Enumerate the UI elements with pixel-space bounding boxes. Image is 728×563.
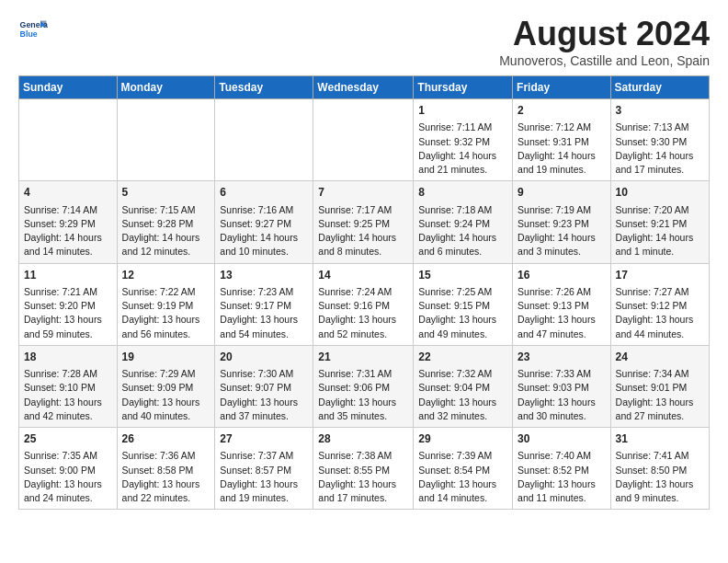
day-info: Sunrise: 7:22 AM Sunset: 9:19 PM Dayligh… (122, 286, 200, 339)
day-info: Sunrise: 7:38 AM Sunset: 8:55 PM Dayligh… (318, 450, 396, 503)
weekday-header-cell: Thursday (414, 76, 513, 99)
day-info: Sunrise: 7:35 AM Sunset: 9:00 PM Dayligh… (24, 450, 102, 503)
day-info: Sunrise: 7:20 AM Sunset: 9:21 PM Dayligh… (616, 204, 694, 258)
calendar-cell: 12Sunrise: 7:22 AM Sunset: 9:19 PM Dayli… (117, 263, 215, 345)
calendar-cell: 20Sunrise: 7:30 AM Sunset: 9:07 PM Dayli… (215, 345, 313, 427)
day-number: 18 (24, 350, 112, 365)
calendar-week-row: 1Sunrise: 7:11 AM Sunset: 9:32 PM Daylig… (19, 99, 710, 181)
day-info: Sunrise: 7:31 AM Sunset: 9:06 PM Dayligh… (318, 368, 396, 421)
day-info: Sunrise: 7:36 AM Sunset: 8:58 PM Dayligh… (122, 450, 200, 503)
location-title: Munoveros, Castille and Leon, Spain (499, 53, 710, 68)
calendar-cell: 4Sunrise: 7:14 AM Sunset: 9:29 PM Daylig… (19, 181, 118, 263)
calendar-cell: 7Sunrise: 7:17 AM Sunset: 9:25 PM Daylig… (313, 181, 414, 263)
day-info: Sunrise: 7:24 AM Sunset: 9:16 PM Dayligh… (318, 286, 396, 339)
calendar-cell: 1Sunrise: 7:11 AM Sunset: 9:32 PM Daylig… (414, 99, 513, 181)
calendar-week-row: 18Sunrise: 7:28 AM Sunset: 9:10 PM Dayli… (19, 345, 710, 427)
weekday-header-cell: Friday (513, 76, 611, 99)
calendar-cell: 22Sunrise: 7:32 AM Sunset: 9:04 PM Dayli… (414, 345, 513, 427)
day-number: 5 (122, 185, 210, 201)
day-info: Sunrise: 7:17 AM Sunset: 9:25 PM Dayligh… (318, 204, 396, 258)
calendar-cell: 19Sunrise: 7:29 AM Sunset: 9:09 PM Dayli… (117, 345, 215, 427)
day-info: Sunrise: 7:13 AM Sunset: 9:30 PM Dayligh… (616, 121, 694, 175)
weekday-header-cell: Tuesday (215, 76, 313, 99)
weekday-header-row: SundayMondayTuesdayWednesdayThursdayFrid… (19, 76, 710, 99)
calendar-cell: 2Sunrise: 7:12 AM Sunset: 9:31 PM Daylig… (513, 99, 611, 181)
day-info: Sunrise: 7:12 AM Sunset: 9:31 PM Dayligh… (518, 121, 596, 175)
calendar-cell (19, 99, 118, 181)
day-number: 21 (318, 350, 408, 365)
day-number: 7 (318, 185, 408, 201)
day-number: 16 (518, 268, 606, 283)
calendar-cell: 24Sunrise: 7:34 AM Sunset: 9:01 PM Dayli… (610, 345, 709, 427)
day-number: 28 (318, 431, 408, 447)
logo: General Blue (18, 15, 48, 44)
calendar-cell: 14Sunrise: 7:24 AM Sunset: 9:16 PM Dayli… (313, 263, 414, 345)
calendar-cell (215, 99, 313, 181)
day-info: Sunrise: 7:25 AM Sunset: 9:15 PM Dayligh… (418, 286, 496, 339)
weekday-header-cell: Monday (117, 76, 215, 99)
day-info: Sunrise: 7:26 AM Sunset: 9:13 PM Dayligh… (518, 286, 596, 339)
calendar-cell: 8Sunrise: 7:18 AM Sunset: 9:24 PM Daylig… (414, 181, 513, 263)
day-info: Sunrise: 7:23 AM Sunset: 9:17 PM Dayligh… (220, 286, 298, 339)
calendar-cell: 25Sunrise: 7:35 AM Sunset: 9:00 PM Dayli… (19, 428, 118, 510)
day-info: Sunrise: 7:15 AM Sunset: 9:28 PM Dayligh… (122, 204, 200, 258)
calendar-cell: 18Sunrise: 7:28 AM Sunset: 9:10 PM Dayli… (19, 345, 118, 427)
weekday-header-cell: Saturday (610, 76, 709, 99)
day-number: 22 (418, 350, 507, 365)
day-number: 26 (122, 431, 210, 447)
calendar-cell (117, 99, 215, 181)
day-info: Sunrise: 7:30 AM Sunset: 9:07 PM Dayligh… (220, 368, 298, 421)
calendar-cell: 13Sunrise: 7:23 AM Sunset: 9:17 PM Dayli… (215, 263, 313, 345)
calendar-cell: 17Sunrise: 7:27 AM Sunset: 9:12 PM Dayli… (610, 263, 709, 345)
day-info: Sunrise: 7:19 AM Sunset: 9:23 PM Dayligh… (518, 204, 596, 258)
day-number: 31 (616, 431, 704, 447)
logo-icon: General Blue (18, 15, 48, 44)
calendar-cell: 10Sunrise: 7:20 AM Sunset: 9:21 PM Dayli… (610, 181, 709, 263)
day-number: 11 (24, 268, 112, 283)
svg-text:Blue: Blue (20, 29, 38, 39)
day-info: Sunrise: 7:37 AM Sunset: 8:57 PM Dayligh… (220, 450, 298, 503)
day-number: 13 (220, 268, 308, 283)
calendar-week-row: 25Sunrise: 7:35 AM Sunset: 9:00 PM Dayli… (19, 428, 710, 510)
calendar-cell: 29Sunrise: 7:39 AM Sunset: 8:54 PM Dayli… (414, 428, 513, 510)
day-info: Sunrise: 7:16 AM Sunset: 9:27 PM Dayligh… (220, 204, 298, 258)
calendar-cell: 26Sunrise: 7:36 AM Sunset: 8:58 PM Dayli… (117, 428, 215, 510)
calendar-week-row: 4Sunrise: 7:14 AM Sunset: 9:29 PM Daylig… (19, 181, 710, 263)
day-number: 19 (122, 350, 210, 365)
calendar-cell: 3Sunrise: 7:13 AM Sunset: 9:30 PM Daylig… (610, 99, 709, 181)
day-info: Sunrise: 7:39 AM Sunset: 8:54 PM Dayligh… (418, 450, 496, 503)
day-info: Sunrise: 7:33 AM Sunset: 9:03 PM Dayligh… (518, 368, 596, 421)
day-number: 2 (518, 103, 606, 119)
day-info: Sunrise: 7:27 AM Sunset: 9:12 PM Dayligh… (616, 286, 694, 339)
calendar-table: SundayMondayTuesdayWednesdayThursdayFrid… (18, 75, 710, 510)
day-number: 27 (220, 431, 308, 447)
day-number: 6 (220, 185, 308, 201)
day-number: 17 (616, 268, 704, 283)
day-info: Sunrise: 7:32 AM Sunset: 9:04 PM Dayligh… (418, 368, 496, 421)
day-number: 14 (318, 268, 408, 283)
day-number: 29 (418, 431, 507, 447)
calendar-cell: 28Sunrise: 7:38 AM Sunset: 8:55 PM Dayli… (313, 428, 414, 510)
calendar-cell: 5Sunrise: 7:15 AM Sunset: 9:28 PM Daylig… (117, 181, 215, 263)
calendar-cell: 23Sunrise: 7:33 AM Sunset: 9:03 PM Dayli… (513, 345, 611, 427)
calendar-cell: 15Sunrise: 7:25 AM Sunset: 9:15 PM Dayli… (414, 263, 513, 345)
page-header: General Blue August 2024 Munoveros, Cast… (18, 15, 710, 68)
day-info: Sunrise: 7:11 AM Sunset: 9:32 PM Dayligh… (418, 121, 496, 175)
month-title: August 2024 (499, 15, 710, 53)
day-info: Sunrise: 7:18 AM Sunset: 9:24 PM Dayligh… (418, 204, 496, 258)
calendar-cell (313, 99, 414, 181)
day-info: Sunrise: 7:34 AM Sunset: 9:01 PM Dayligh… (616, 368, 694, 421)
day-number: 1 (418, 103, 507, 119)
day-number: 24 (616, 350, 704, 365)
day-number: 30 (518, 431, 606, 447)
calendar-cell: 16Sunrise: 7:26 AM Sunset: 9:13 PM Dayli… (513, 263, 611, 345)
day-number: 12 (122, 268, 210, 283)
calendar-cell: 9Sunrise: 7:19 AM Sunset: 9:23 PM Daylig… (513, 181, 611, 263)
calendar-cell: 30Sunrise: 7:40 AM Sunset: 8:52 PM Dayli… (513, 428, 611, 510)
calendar-body: 1Sunrise: 7:11 AM Sunset: 9:32 PM Daylig… (19, 99, 710, 510)
day-info: Sunrise: 7:29 AM Sunset: 9:09 PM Dayligh… (122, 368, 200, 421)
calendar-cell: 31Sunrise: 7:41 AM Sunset: 8:50 PM Dayli… (610, 428, 709, 510)
calendar-cell: 21Sunrise: 7:31 AM Sunset: 9:06 PM Dayli… (313, 345, 414, 427)
weekday-header-cell: Wednesday (313, 76, 414, 99)
calendar-cell: 27Sunrise: 7:37 AM Sunset: 8:57 PM Dayli… (215, 428, 313, 510)
